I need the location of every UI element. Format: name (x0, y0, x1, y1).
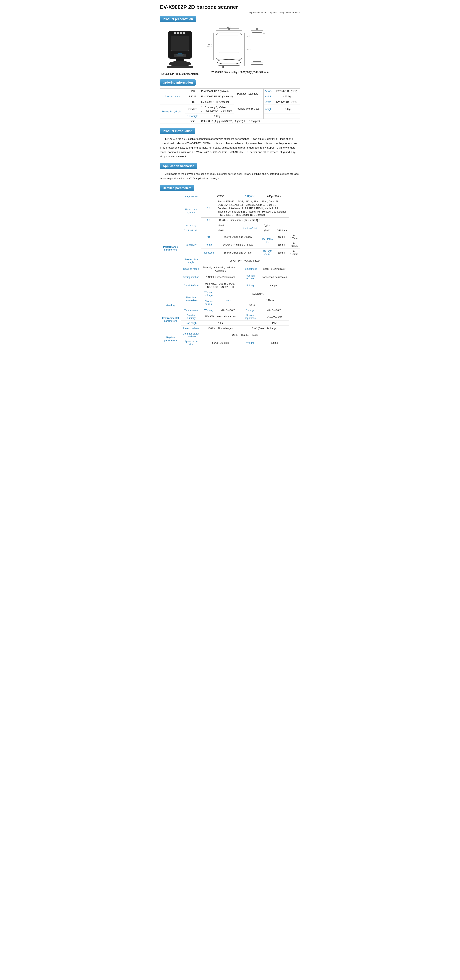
table-row: Protection level ±16 kV（Air discharge） ±… (160, 326, 300, 331)
table-row: Field of view angle Level：66.4° Vertical… (160, 257, 300, 265)
working-voltage-label: Working voltage (201, 290, 216, 298)
dwh-value-1: 192*128*110（mm） (274, 89, 300, 94)
app-section: Application Scenarios Applicable to the … (160, 163, 300, 181)
boxing-radio-group (160, 119, 185, 124)
work-label: work (216, 298, 240, 303)
humidity-label: Relative humidity (181, 313, 201, 321)
table-row: Setting method 1.Set the code 2.Command … (160, 273, 300, 281)
30mil-label: (30mil) (275, 248, 289, 257)
prompt-mode-label: Prompt mode (240, 265, 260, 273)
typical-value (275, 223, 289, 228)
qr-label: 2D：QR Code (260, 248, 275, 257)
product-model-label: Product model (160, 89, 185, 105)
elec-group-label: Electricalparameters (181, 290, 201, 308)
perf-group-label: Performanceparameters (160, 194, 181, 303)
svg-point-7 (177, 53, 184, 56)
table-row: Relative humidity 5%~95%（No condensation… (160, 313, 300, 321)
ordering-section: Ordering Information Product model USB E… (160, 80, 300, 124)
contrast-label: Contrast ratio (181, 228, 201, 233)
tilt-label: tilt (201, 233, 216, 241)
table-row: Contrast ratio ≥30% (5mil) 0-100mm (160, 228, 300, 233)
package-standard-label: Package（standard） (234, 89, 263, 99)
fov-label: Field of view angle (181, 257, 201, 265)
table-row: Environmental parameters Temperature Wor… (160, 308, 300, 313)
svg-rect-15 (219, 36, 239, 53)
drop-height-value: 1.2m (201, 321, 240, 326)
svg-text:21.3: 21.3 (222, 66, 226, 68)
fov-value: Level：66.4° Vertical：49.8° (201, 257, 289, 265)
scanner-svg (160, 25, 200, 71)
svg-text:119.5: 119.5 (207, 46, 212, 48)
table-row: Performanceparameters Image sensor CMOS … (160, 194, 300, 199)
boxing-net-weight-label: Net weight (185, 114, 200, 119)
drop-height-label: Drop height (181, 321, 201, 326)
app-header: Application Scenarios (160, 163, 197, 169)
svg-rect-10 (167, 66, 193, 68)
product-images-container: EV-X9002P Product presentation (160, 25, 300, 75)
deflection-label: deflection (201, 248, 216, 257)
box-dwh-value: 690*420*255（mm） (274, 99, 300, 105)
svg-point-5 (180, 32, 182, 34)
working-voltage-value: 5VDC±5% (216, 290, 300, 298)
1d-codes: EAN-8, EAN-13, UPC-E, UPC-A,ISBN、ISSN，Co… (216, 199, 289, 217)
svg-point-6 (183, 32, 185, 34)
scanner-caption: EV-X9002P Product presentation (160, 73, 200, 75)
typical-label: Typical (260, 223, 275, 228)
intro-section: Product introduction EV-X9002P is a 2D c… (160, 128, 300, 159)
data-interface-label: Data interface (181, 281, 201, 290)
model-rs232: EV-X9002P RS232 (Optional) (200, 94, 234, 99)
temp-working-value: -20°C~+50°C (216, 308, 240, 313)
program-update-value: Connect online updates (260, 273, 289, 281)
comm-interface-value: USB、TTL 232、RS232 (201, 331, 289, 339)
setting-method-value: 1.Set the code 2.Command (201, 273, 240, 281)
standby-label: stand by (160, 303, 181, 308)
svg-text:22: 22 (263, 33, 266, 35)
setting-method-label: Setting method (181, 273, 201, 281)
table-row: Physicalparameters Communication interfa… (160, 331, 300, 339)
product-presentation-header: Product presentation (160, 16, 196, 22)
13mil-label: (13mil) (275, 233, 289, 241)
30mil-value: 0-150mm (289, 248, 300, 257)
page-title: EV-X9002P 2D barcode scanner (160, 4, 300, 10)
rotate-value: 360°@ 0°Pitch and 0° Skew (216, 241, 260, 248)
spec-note: *Specifications are subject to change wi… (160, 11, 300, 14)
table-row: Drop height 1.2m IP IP 52 (160, 321, 300, 326)
1d-label: 1D (201, 199, 216, 217)
app-text: Applicable to the convenience cashier de… (160, 172, 300, 181)
size-caption: EV-X9002P Size display：80(W)*36(D)*149.5… (206, 71, 274, 74)
table-row: Appearance size 80*36*149.5mm Weight 328… (160, 339, 300, 347)
2d-codes: PDF417，Data Matrix，QR，Micro QR (216, 217, 289, 223)
env-group-label: Environmental parameters (160, 308, 181, 331)
boxing-standard-label: standard (185, 105, 200, 114)
boxing-radio-label: radio (185, 119, 200, 124)
scanner-image-block: EV-X9002P Product presentation (160, 25, 200, 75)
sensitivity-label: Sensitivity (181, 233, 201, 257)
prompt-mode-value: Beep、LED indicator (260, 265, 289, 273)
weight-value: 328.5g (260, 339, 289, 347)
comm-interface-label: Communication interface (181, 331, 201, 339)
editing-label: Editing (240, 281, 260, 290)
interface-rs232: RS232 (185, 94, 200, 99)
accuracy-label: Accuracy (181, 223, 201, 228)
table-row: Read codesystem 1D EAN-8, EAN-13, UPC-E,… (160, 199, 300, 217)
5mil-value: 0-100mm (275, 228, 289, 233)
svg-rect-14 (216, 33, 242, 60)
model-usb: EV-X9002P USB (default) (200, 89, 234, 94)
screen-brightness-value: 0~100000 Lux (260, 313, 289, 321)
table-row: Accuracy ≥5mil 1D：EAN-13 Typical (160, 223, 300, 228)
ip-label: IP (240, 321, 260, 326)
standby-current-value: 98mA (216, 303, 289, 308)
interface-usb: USB (185, 89, 200, 94)
humidity-value: 5%~95%（No condensation） (201, 313, 240, 321)
protection-air-value: ±16 kV（Air discharge） (201, 326, 240, 331)
boxing-standard-items: 1、Scanning 2、Cable3、Instructions4、Certif… (200, 105, 234, 114)
2d-label: 2D (201, 217, 216, 223)
phys-group-label: Physicalparameters (160, 331, 181, 347)
screen-brightness-label: Screen brightness (240, 313, 260, 321)
svg-rect-43 (251, 63, 263, 64)
svg-point-16 (217, 59, 241, 64)
svg-point-4 (177, 32, 179, 34)
protection-label: Protection level (181, 326, 201, 331)
rotate-label: rotate (201, 241, 216, 248)
working-label: Working (201, 308, 216, 313)
